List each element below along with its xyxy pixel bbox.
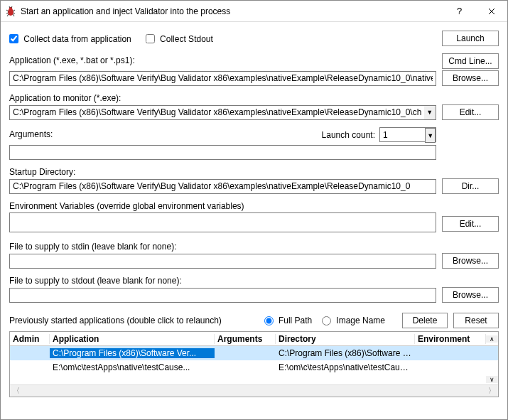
table-row[interactable]: C:\Program Files (x86)\Software Ver... C… bbox=[10, 346, 498, 360]
env-vars-edit-button[interactable]: Edit... bbox=[442, 216, 499, 232]
application-monitor-label: Application to monitor (*.exe): bbox=[9, 93, 499, 103]
collect-stdout-checkbox-wrap: Collect Stdout bbox=[146, 33, 213, 44]
launch-button[interactable]: Launch bbox=[442, 31, 499, 46]
stdin-browse-button[interactable]: Browse... bbox=[442, 253, 499, 269]
startup-dir-input[interactable] bbox=[9, 179, 436, 194]
prev-apps-grid[interactable]: Admin Application Arguments Directory En… bbox=[9, 331, 499, 397]
scroll-left-icon[interactable]: 〈 bbox=[13, 386, 20, 396]
svg-line-6 bbox=[7, 14, 9, 16]
collect-data-checkbox-wrap: Collect data from application bbox=[9, 33, 131, 44]
app-icon bbox=[5, 6, 16, 17]
svg-line-7 bbox=[13, 14, 14, 16]
horizontal-scrollbar[interactable]: 〈 〉 bbox=[10, 384, 498, 397]
scroll-up-icon[interactable]: ∧ bbox=[486, 335, 498, 343]
launch-count-select[interactable]: ▼ bbox=[379, 127, 436, 142]
help-button[interactable]: ? bbox=[443, 1, 475, 21]
title-bar: Start an application and inject Validato… bbox=[1, 1, 507, 22]
application-input[interactable] bbox=[9, 71, 436, 86]
full-path-radio[interactable] bbox=[264, 316, 274, 325]
env-vars-label: Environment Variables (override global e… bbox=[9, 201, 499, 211]
scroll-right-icon[interactable]: 〉 bbox=[488, 386, 495, 396]
arguments-input[interactable] bbox=[9, 145, 436, 160]
collect-data-label[interactable]: Collect data from application bbox=[23, 33, 131, 43]
arguments-label: Arguments: bbox=[9, 129, 322, 139]
col-admin[interactable]: Admin bbox=[10, 334, 50, 344]
cmd-line-button[interactable]: Cmd Line... bbox=[442, 53, 499, 69]
collect-data-checkbox[interactable] bbox=[9, 34, 18, 43]
col-environment[interactable]: Environment bbox=[415, 334, 486, 344]
full-path-label[interactable]: Full Path bbox=[279, 316, 312, 325]
stdout-label: File to supply to stdout (leave blank fo… bbox=[9, 276, 499, 286]
startup-dir-button[interactable]: Dir... bbox=[442, 178, 499, 194]
col-application[interactable]: Application bbox=[50, 334, 215, 344]
close-button[interactable] bbox=[475, 1, 507, 21]
launch-count-label: Launch count: bbox=[322, 130, 375, 140]
image-name-radio[interactable] bbox=[322, 316, 331, 325]
application-monitor-dropdown[interactable]: ▼ bbox=[424, 105, 437, 120]
svg-line-5 bbox=[13, 13, 16, 14]
table-row[interactable]: E:\om\c\testApps\native\testCause... E:\… bbox=[10, 360, 498, 375]
application-browse-button[interactable]: Browse... bbox=[442, 70, 499, 86]
application-monitor-input[interactable] bbox=[9, 105, 424, 120]
scroll-down-icon[interactable]: ∨ bbox=[486, 376, 498, 383]
application-monitor-edit-button[interactable]: Edit... bbox=[442, 104, 499, 120]
collect-stdout-label[interactable]: Collect Stdout bbox=[160, 33, 213, 43]
svg-line-4 bbox=[6, 13, 9, 14]
collect-stdout-checkbox[interactable] bbox=[146, 34, 155, 43]
window-title: Start an application and inject Validato… bbox=[21, 6, 443, 16]
image-name-label[interactable]: Image Name bbox=[336, 316, 385, 325]
prev-apps-label: Previously started applications (double … bbox=[9, 316, 222, 325]
launch-count-dropdown-arrow[interactable]: ▼ bbox=[425, 128, 436, 143]
launch-count-input[interactable] bbox=[380, 128, 425, 141]
stdin-label: File to supply to stdin (leave blank for… bbox=[9, 242, 499, 252]
stdout-browse-button[interactable]: Browse... bbox=[442, 287, 499, 303]
stdin-input[interactable] bbox=[9, 254, 436, 269]
startup-dir-label: Startup Directory: bbox=[9, 167, 499, 177]
col-arguments[interactable]: Arguments bbox=[215, 334, 276, 344]
table-row[interactable]: ∨ bbox=[10, 375, 498, 384]
col-directory[interactable]: Directory bbox=[276, 334, 415, 344]
stdout-input[interactable] bbox=[9, 288, 436, 303]
application-label: Application (*.exe, *.bat or *.ps1): bbox=[9, 55, 436, 65]
env-vars-input[interactable] bbox=[9, 212, 436, 232]
delete-button[interactable]: Delete bbox=[402, 313, 448, 328]
grid-header: Admin Application Arguments Directory En… bbox=[10, 332, 498, 346]
reset-button[interactable]: Reset bbox=[453, 313, 499, 328]
